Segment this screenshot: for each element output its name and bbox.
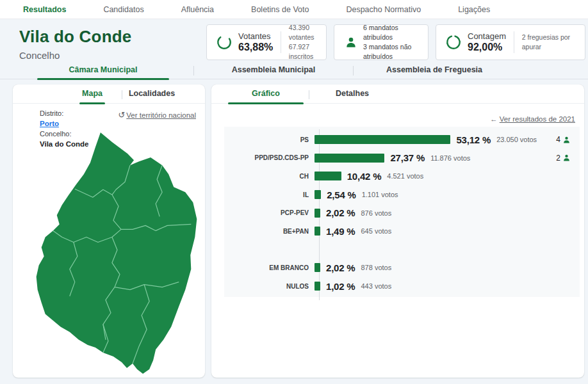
result-bar[interactable] <box>314 227 320 236</box>
nav-item-despacho[interactable]: Despacho Normativo <box>346 5 421 14</box>
freguesias-por-apurar: 2 freguesias por apurar <box>522 33 576 52</box>
page-title: Vila do Conde <box>19 27 131 47</box>
chart-row: PCP-PEV2,02 %876 votos <box>224 204 580 222</box>
page-subtitle: Concelho <box>19 50 131 61</box>
mandatos-nao-atribuidos: 3 mandatos não atribuídos <box>363 42 418 61</box>
party-label: PS <box>224 136 314 143</box>
nav-item-resultados[interactable]: Resultados <box>23 5 66 14</box>
chart-row: IL2,54 %1.101 votos <box>224 186 580 204</box>
mandates-count: 4 <box>556 135 580 144</box>
party-label: EM BRANCO <box>224 264 314 271</box>
results-panel-tabs: Gráfico Detalhes <box>211 84 584 104</box>
page: Resultados Candidatos Afluência Boletins… <box>0 0 588 384</box>
percent-value: 10,42 % <box>347 171 382 182</box>
left-arrow-icon: ← <box>490 115 500 123</box>
title-block: Vila do Conde Concelho <box>19 27 131 61</box>
tab-assembleia-municipal[interactable]: Assembleia Municipal <box>194 65 353 79</box>
distrito-label: Distrito: <box>40 109 88 118</box>
votes-value: 645 votos <box>361 227 392 235</box>
percent-value: 1,02 % <box>326 281 355 292</box>
chart-row: EM BRANCO2,02 %878 votos <box>224 259 580 277</box>
party-label: PPD/PSD.CDS-PP <box>224 154 314 161</box>
percent-value: 53,12 % <box>456 134 491 145</box>
party-label: NULOS <box>224 283 314 290</box>
chart-row: BE+PAN1,49 %645 votos <box>224 222 580 241</box>
results-bar-chart: PS53,12 %23.050 votos4PPD/PSD.CDS-PP27,3… <box>224 127 580 297</box>
result-bar[interactable] <box>314 154 384 163</box>
mandatos-atribuidos: 6 mandatos atribuídos <box>363 23 418 42</box>
territory-link[interactable]: ↺Ver território nacional <box>118 110 196 120</box>
party-label: PCP-PEV <box>224 209 314 216</box>
votes-value: 11.876 votos <box>430 154 470 162</box>
votantes-count: 43.390 votantes <box>289 23 317 42</box>
party-label: IL <box>224 191 314 198</box>
percent-value: 2,02 % <box>326 207 355 218</box>
result-bar[interactable] <box>314 282 320 291</box>
percent-value: 2,02 % <box>326 262 355 273</box>
concelho-map[interactable] <box>35 128 200 375</box>
votes-value: 443 votos <box>361 282 392 290</box>
top-nav: Resultados Candidatos Afluência Boletins… <box>0 0 588 19</box>
person-icon <box>345 36 357 49</box>
votes-value: 878 votos <box>361 264 392 271</box>
nav-item-candidatos[interactable]: Candidatos <box>103 5 143 14</box>
tab-mapa[interactable]: Mapa <box>63 89 122 103</box>
result-bar[interactable] <box>314 135 450 144</box>
tab-assembleia-freguesia[interactable]: Assembleia de Freguesia <box>354 65 515 79</box>
percent-value: 27,37 % <box>390 152 425 163</box>
contagem-pct: 92,00% <box>468 42 506 53</box>
votantes-card: Votantes 63,88% 43.390 votantes 67.927 i… <box>206 24 327 60</box>
distrito-link[interactable]: Porto <box>40 120 59 127</box>
results-2021-link[interactable]: ← Ver resultados de 2021 <box>490 115 575 123</box>
results-2021-label: Ver resultados de 2021 <box>500 115 575 123</box>
result-bar[interactable] <box>314 172 341 180</box>
result-bar[interactable] <box>314 209 320 218</box>
chart-row: NULOS1,02 %443 votos <box>224 277 580 296</box>
inscritos-count: 67.927 inscritos <box>289 42 317 61</box>
party-label: BE+PAN <box>224 228 314 235</box>
mandate-person-icon <box>562 136 571 144</box>
percent-value: 1,49 % <box>326 226 355 237</box>
votes-value: 876 votos <box>361 209 392 217</box>
progress-ring-icon <box>216 34 233 51</box>
contagem-card: Contagem 92,00% 2 freguesias por apurar <box>436 24 585 60</box>
mandates-count: 2 <box>556 154 580 163</box>
votes-value: 1.101 votos <box>362 191 398 198</box>
tab-camara-municipal[interactable]: Câmara Municipal <box>13 65 193 79</box>
chart-row: PS53,12 %23.050 votos4 <box>224 131 580 149</box>
divider <box>281 31 281 53</box>
chart-spacer <box>224 241 580 259</box>
chart-row: PPD/PSD.CDS-PP27,37 %11.876 votos2 <box>224 149 580 168</box>
chart-row: CH10,42 %4.521 votos <box>224 167 580 186</box>
contagem-label: Contagem <box>468 31 506 41</box>
tab-detalhes[interactable]: Detalhes <box>309 89 395 103</box>
votantes-label: Votantes <box>238 31 273 41</box>
map-panel: Mapa Localidades Distrito: Porto Concelh… <box>13 84 205 378</box>
result-bar[interactable] <box>314 263 320 272</box>
nav-item-boletins[interactable]: Boletins de Voto <box>251 5 309 14</box>
percent-value: 2,54 % <box>327 189 356 200</box>
nav-item-afluencia[interactable]: Afluência <box>181 5 214 14</box>
organ-tabs: Câmara Municipal Assembleia Municipal As… <box>0 64 588 79</box>
chart-rows: PS53,12 %23.050 votos4PPD/PSD.CDS-PP27,3… <box>224 127 580 295</box>
party-label: CH <box>224 173 314 180</box>
nav-item-ligacoes[interactable]: Ligações <box>458 5 490 14</box>
map-panel-tabs: Mapa Localidades <box>13 84 205 104</box>
votes-value: 4.521 votos <box>387 172 423 180</box>
mandatos-card: 6 mandatos atribuídos 3 mandatos não atr… <box>334 24 429 60</box>
mandate-person-icon <box>562 154 571 162</box>
votes-value: 23.050 votos <box>496 136 537 143</box>
progress-ring-icon <box>445 34 462 51</box>
stat-cards: Votantes 63,88% 43.390 votantes 67.927 i… <box>206 24 585 60</box>
results-panel: Gráfico Detalhes ← Ver resultados de 202… <box>211 84 584 378</box>
tab-localidades[interactable]: Localidades <box>122 89 181 103</box>
tab-grafico[interactable]: Gráfico <box>223 89 309 103</box>
undo-icon: ↺ <box>118 110 125 120</box>
result-bar[interactable] <box>314 190 321 199</box>
territory-link-label: Ver território nacional <box>126 111 196 119</box>
divider <box>514 31 514 53</box>
votantes-pct: 63,88% <box>238 42 273 53</box>
